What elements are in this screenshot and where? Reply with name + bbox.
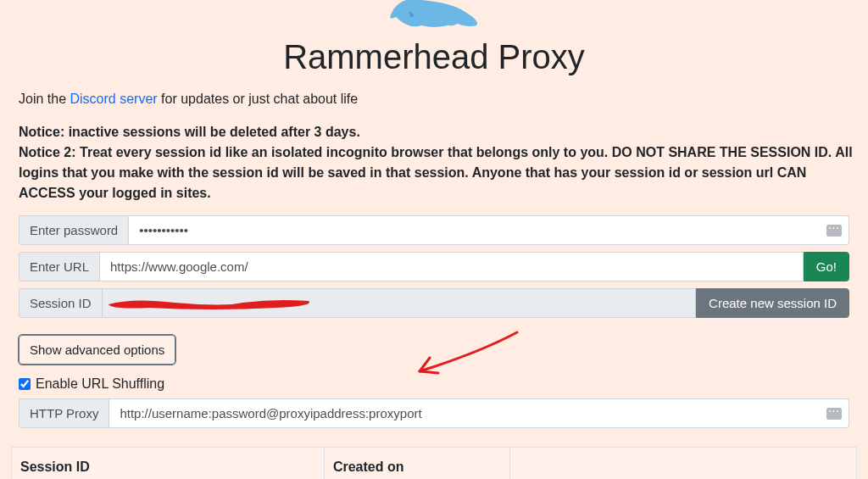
th-session-id: Session ID: [12, 448, 325, 480]
http-proxy-input[interactable]: [108, 398, 826, 428]
session-id-readonly: [102, 288, 697, 318]
password-label: Enter password: [19, 215, 128, 245]
join-prefix: Join the: [19, 92, 70, 106]
th-created-on: Created on: [324, 448, 509, 480]
redaction-mark: [107, 294, 319, 313]
notice-1: Notice: inactive sessions will be delete…: [19, 122, 860, 142]
url-shuffling-checkbox[interactable]: [19, 378, 31, 390]
session-id-label: Session ID: [19, 288, 102, 318]
keyboard-icon: [826, 215, 849, 245]
http-proxy-label: HTTP Proxy: [19, 398, 108, 428]
th-actions: [510, 448, 857, 480]
page-title: Rammerhead Proxy: [8, 38, 860, 76]
notice-2: Notice 2: Treat every session id like an…: [19, 142, 860, 203]
discord-link[interactable]: Discord server: [70, 92, 157, 106]
url-label: Enter URL: [19, 252, 99, 281]
go-button[interactable]: Go!: [804, 252, 849, 281]
password-input[interactable]: [128, 215, 826, 245]
url-shuffling-label: Enable URL Shuffling: [36, 376, 164, 392]
keyboard-icon: [826, 398, 849, 428]
join-suffix: for updates or just chat about life: [158, 92, 359, 106]
join-line: Join the Discord server for updates or j…: [8, 92, 860, 107]
create-session-button[interactable]: Create new session ID: [696, 288, 849, 318]
sessions-table: Session ID Created on 3b70f1f10cb64404bc…: [11, 447, 857, 479]
url-input[interactable]: [99, 252, 804, 281]
rammerhead-logo: [370, 0, 498, 34]
show-advanced-button[interactable]: Show advanced options: [19, 335, 175, 365]
